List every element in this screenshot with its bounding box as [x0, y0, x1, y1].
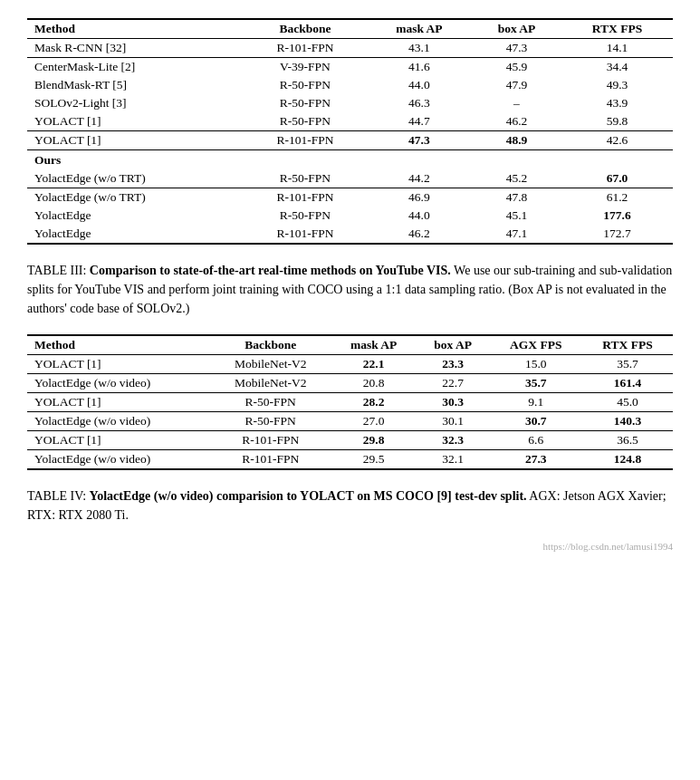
table1-row-8: YolactEdge (w/o TRT)R-101-FPN46.947.861.… [27, 188, 673, 207]
table1-cell-7-1: R-50-FPN [244, 169, 367, 188]
table1-row-5: YOLACT [1]R-101-FPN47.348.942.6 [27, 131, 673, 150]
table2-cell-2-2: 28.2 [331, 393, 417, 412]
caption1: TABLE III: Comparison to state-of-the-ar… [27, 261, 673, 318]
table1-cell-3-3: – [472, 94, 561, 112]
table1-container: MethodBackbonemask APbox APRTX FPS Mask … [27, 18, 673, 245]
table1-cell-0-3: 47.3 [472, 39, 561, 58]
table1-cell-0-1: R-101-FPN [244, 39, 367, 58]
table2-cell-1-4: 35.7 [489, 374, 582, 393]
table1-col-1: Backbone [244, 19, 367, 39]
table2-cell-2-5: 45.0 [582, 393, 673, 412]
table2-cell-2-0: YOLACT [1] [27, 393, 210, 412]
table1-cell-3-2: 46.3 [367, 94, 472, 112]
table1-col-0: Method [27, 19, 244, 39]
table2-cell-0-0: YOLACT [1] [27, 355, 210, 374]
table1-cell-1-3: 45.9 [472, 58, 561, 77]
table2-cell-3-4: 30.7 [489, 412, 582, 431]
table1-cell-8-2: 46.9 [367, 188, 472, 207]
table2-cell-3-3: 30.1 [417, 412, 490, 431]
table1-row-6: Ours [27, 150, 673, 170]
table2-cell-4-2: 29.8 [331, 431, 417, 450]
table1-cell-4-3: 46.2 [472, 112, 561, 131]
table1-row-2: BlendMask-RT [5]R-50-FPN44.047.949.3 [27, 76, 673, 94]
table2-row-1: YolactEdge (w/o video)MobileNet-V220.822… [27, 374, 673, 393]
table1-cell-0-0: Mask R-CNN [32] [27, 39, 244, 58]
table1-row-4: YOLACT [1]R-50-FPN44.746.259.8 [27, 112, 673, 131]
table1-cell-9-0: YolactEdge [27, 207, 244, 225]
table2-row-5: YolactEdge (w/o video)R-101-FPN29.532.12… [27, 450, 673, 470]
table1-cell-9-2: 44.0 [367, 207, 472, 225]
table2-cell-3-5: 140.3 [582, 412, 673, 431]
table1-cell-4-0: YOLACT [1] [27, 112, 244, 131]
table1-row-9: YolactEdgeR-50-FPN44.045.1177.6 [27, 207, 673, 225]
table1-cell-7-3: 45.2 [472, 169, 561, 188]
table1-cell-7-2: 44.2 [367, 169, 472, 188]
table2-cell-0-5: 35.7 [582, 355, 673, 374]
table2-cell-2-4: 9.1 [489, 393, 582, 412]
table1-header-row: MethodBackbonemask APbox APRTX FPS [27, 19, 673, 39]
table1-cell-2-0: BlendMask-RT [5] [27, 76, 244, 94]
table1-cell-0-2: 43.1 [367, 39, 472, 58]
table1-row-1: CenterMask-Lite [2]V-39-FPN41.645.934.4 [27, 58, 673, 77]
table2-cell-5-3: 32.1 [417, 450, 490, 470]
table2-cell-2-1: R-50-FPN [210, 393, 331, 412]
table1-cell-9-4: 177.6 [561, 207, 673, 225]
table2-row-0: YOLACT [1]MobileNet-V222.123.315.035.7 [27, 355, 673, 374]
table2-cell-1-2: 20.8 [331, 374, 417, 393]
table2-col-3: box AP [417, 335, 490, 355]
table2-cell-0-1: MobileNet-V2 [210, 355, 331, 374]
table1-row-3: SOLOv2-Light [3]R-50-FPN46.3–43.9 [27, 94, 673, 112]
table1-row-10: YolactEdgeR-101-FPN46.247.1172.7 [27, 225, 673, 244]
caption2: TABLE IV: YolactEdge (w/o video) compari… [27, 486, 673, 525]
table1-cell-5-2: 47.3 [367, 131, 472, 150]
table1-cell-5-0: YOLACT [1] [27, 131, 244, 150]
table1-cell-8-3: 47.8 [472, 188, 561, 207]
table2-cell-1-0: YolactEdge (w/o video) [27, 374, 210, 393]
caption1-bold: Comparison to state-of-the-art real-time… [90, 264, 451, 277]
table2-header-row: MethodBackbonemask APbox APAGX FPSRTX FP… [27, 335, 673, 355]
table2-col-4: AGX FPS [489, 335, 582, 355]
table2-col-0: Method [27, 335, 210, 355]
table2-cell-5-4: 27.3 [489, 450, 582, 470]
table1-row-7: YolactEdge (w/o TRT)R-50-FPN44.245.267.0 [27, 169, 673, 188]
table2-cell-0-2: 22.1 [331, 355, 417, 374]
table1-col-3: box AP [472, 19, 561, 39]
table1-cell-7-0: YolactEdge (w/o TRT) [27, 169, 244, 188]
table1-cell-10-1: R-101-FPN [244, 225, 367, 244]
table1-cell-3-4: 43.9 [561, 94, 673, 112]
table1: MethodBackbonemask APbox APRTX FPS Mask … [27, 18, 673, 245]
table1-cell-5-3: 48.9 [472, 131, 561, 150]
table1-cell-2-4: 49.3 [561, 76, 673, 94]
table1-cell-8-1: R-101-FPN [244, 188, 367, 207]
table2-cell-1-3: 22.7 [417, 374, 490, 393]
table2-container: MethodBackbonemask APbox APAGX FPSRTX FP… [27, 334, 673, 470]
table1-cell-10-2: 46.2 [367, 225, 472, 244]
table2-cell-5-0: YolactEdge (w/o video) [27, 450, 210, 470]
table2-row-3: YolactEdge (w/o video)R-50-FPN27.030.130… [27, 412, 673, 431]
table2-cell-4-5: 36.5 [582, 431, 673, 450]
table2-cell-5-2: 29.5 [331, 450, 417, 470]
table2-row-4: YOLACT [1]R-101-FPN29.832.36.636.5 [27, 431, 673, 450]
table2-cell-1-5: 161.4 [582, 374, 673, 393]
table1-cell-1-4: 34.4 [561, 58, 673, 77]
table2-col-1: Backbone [210, 335, 331, 355]
caption2-bold: YolactEdge (w/o video) comparision to YO… [90, 489, 527, 503]
table1-cell-1-1: V-39-FPN [244, 58, 367, 77]
table1-cell-4-4: 59.8 [561, 112, 673, 131]
table2-cell-3-2: 27.0 [331, 412, 417, 431]
caption2-label: TABLE IV: [27, 489, 90, 503]
table1-cell-1-2: 41.6 [367, 58, 472, 77]
table1-cell-2-2: 44.0 [367, 76, 472, 94]
table2-cell-0-4: 15.0 [489, 355, 582, 374]
table2-cell-2-3: 30.3 [417, 393, 490, 412]
table1-cell-2-1: R-50-FPN [244, 76, 367, 94]
table1-cell-10-0: YolactEdge [27, 225, 244, 244]
table2-cell-1-1: MobileNet-V2 [210, 374, 331, 393]
table1-cell-2-3: 47.9 [472, 76, 561, 94]
table2-cell-3-1: R-50-FPN [210, 412, 331, 431]
table1-cell-4-1: R-50-FPN [244, 112, 367, 131]
table1-cell-3-1: R-50-FPN [244, 94, 367, 112]
table1-cell-5-1: R-101-FPN [244, 131, 367, 150]
table2-cell-3-0: YolactEdge (w/o video) [27, 412, 210, 431]
table1-cell-7-4: 67.0 [561, 169, 673, 188]
